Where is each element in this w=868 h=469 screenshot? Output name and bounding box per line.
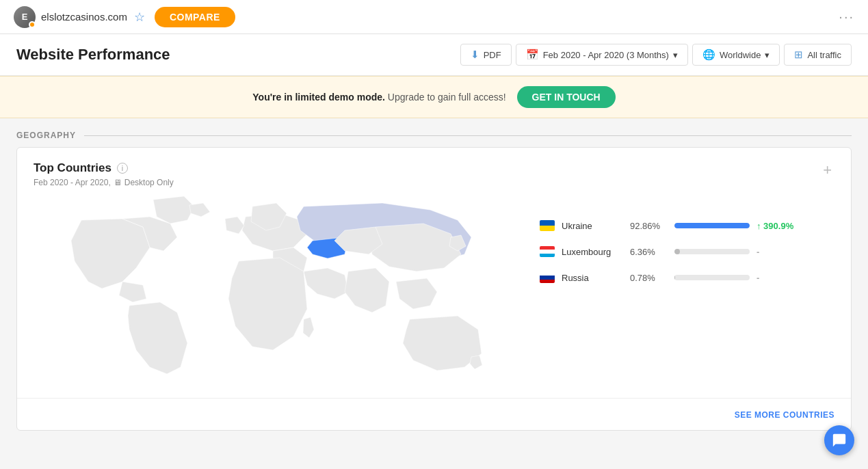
avatar-status-dot	[29, 21, 36, 28]
flag-luxembourg	[540, 246, 555, 257]
section-header: GEOGRAPHY	[0, 118, 868, 147]
info-icon[interactable]: i	[117, 163, 128, 174]
see-more-countries-link[interactable]: SEE MORE COUNTRIES	[735, 410, 834, 420]
card-body: Ukraine 92.86% ↑ 390.9% Luxembourg 6.36%	[17, 193, 851, 398]
get-in-touch-button[interactable]: GET IN TOUCH	[517, 86, 616, 108]
country-name-russia: Russia	[562, 273, 623, 283]
bar-fill-ukraine	[674, 223, 750, 228]
country-pct-russia: 0.78%	[630, 273, 668, 283]
calendar-icon: 📅	[526, 49, 539, 61]
flag-russia	[540, 272, 555, 283]
more-options-icon[interactable]: ···	[839, 9, 854, 25]
world-map-container	[34, 193, 512, 384]
card-header: Top Countries i Feb 2020 - Apr 2020, 🖥 D…	[17, 148, 851, 193]
chevron-down-icon: ▾	[673, 50, 678, 60]
globe-icon: 🌐	[702, 49, 715, 61]
chat-icon	[832, 433, 847, 448]
section-label: GEOGRAPHY	[16, 131, 76, 140]
bar-fill-luxembourg	[674, 249, 680, 254]
card-title-text: Top Countries	[34, 161, 111, 175]
bar-russia	[674, 275, 750, 280]
world-map-svg	[34, 193, 512, 384]
pdf-icon: ⬇	[471, 49, 479, 61]
star-icon[interactable]: ☆	[134, 10, 145, 25]
trend-russia: -	[757, 273, 798, 283]
compare-button[interactable]: COMPARE	[155, 7, 235, 27]
flag-ukraine	[540, 220, 555, 231]
card-title: Top Countries i	[34, 161, 174, 175]
table-row: Ukraine 92.86% ↑ 390.9%	[540, 220, 834, 231]
card-footer: SEE MORE COUNTRIES	[17, 398, 851, 430]
region-picker[interactable]: 🌐 Worldwide ▾	[692, 44, 780, 66]
country-pct-luxembourg: 6.36%	[630, 247, 668, 257]
bar-fill-russia	[674, 275, 675, 280]
worldwide-label: Worldwide	[720, 50, 761, 60]
data-table: Ukraine 92.86% ↑ 390.9% Luxembourg 6.36%	[512, 193, 834, 298]
top-countries-card: Top Countries i Feb 2020 - Apr 2020, 🖥 D…	[16, 147, 852, 431]
date-range-label: Feb 2020 - Apr 2020 (3 Months)	[543, 50, 669, 60]
card-subtitle: Feb 2020 - Apr 2020, 🖥 Desktop Only	[34, 178, 174, 187]
trend-ukraine: ↑ 390.9%	[757, 221, 798, 231]
subheader-controls: ⬇ PDF 📅 Feb 2020 - Apr 2020 (3 Months) ▾…	[456, 44, 852, 66]
table-row: Luxembourg 6.36% -	[540, 246, 834, 257]
country-name-ukraine: Ukraine	[562, 221, 623, 231]
traffic-filter[interactable]: ⊞ All traffic	[784, 44, 852, 66]
subheader: Website Performance ⬇ PDF 📅 Feb 2020 - A…	[0, 34, 868, 76]
avatar[interactable]: E	[14, 6, 36, 28]
country-pct-ukraine: 92.86%	[630, 221, 668, 231]
pdf-button[interactable]: ⬇ PDF	[460, 44, 512, 66]
section-divider	[84, 135, 852, 136]
domain-label: elslotzcasinos.com	[41, 11, 127, 23]
demo-text: You're in limited demo mode. Upgrade to …	[252, 92, 505, 103]
subtitle-date: Feb 2020 - Apr 2020,	[34, 178, 111, 187]
chat-button[interactable]	[824, 425, 854, 455]
demo-text-normal: Upgrade to gain full access!	[388, 92, 506, 103]
traffic-icon: ⊞	[794, 49, 803, 61]
country-name-luxembourg: Luxembourg	[562, 247, 623, 257]
trend-luxembourg: -	[757, 247, 798, 257]
pdf-label: PDF	[484, 50, 501, 60]
traffic-label: All traffic	[807, 50, 841, 60]
desktop-icon: 🖥	[114, 178, 122, 187]
page-title: Website Performance	[16, 46, 456, 64]
table-row: Russia 0.78% -	[540, 272, 834, 283]
chevron-down-icon-region: ▾	[765, 50, 770, 60]
expand-icon[interactable]: +	[823, 161, 832, 179]
demo-text-bold: You're in limited demo mode.	[252, 92, 385, 103]
card-title-section: Top Countries i Feb 2020 - Apr 2020, 🖥 D…	[34, 161, 174, 187]
bar-ukraine	[674, 223, 750, 228]
bar-luxembourg	[674, 249, 750, 254]
subtitle-device: Desktop Only	[124, 178, 174, 187]
topbar: E elslotzcasinos.com ☆ COMPARE ···	[0, 0, 868, 34]
demo-banner: You're in limited demo mode. Upgrade to …	[0, 76, 868, 118]
date-range-picker[interactable]: 📅 Feb 2020 - Apr 2020 (3 Months) ▾	[516, 44, 688, 66]
